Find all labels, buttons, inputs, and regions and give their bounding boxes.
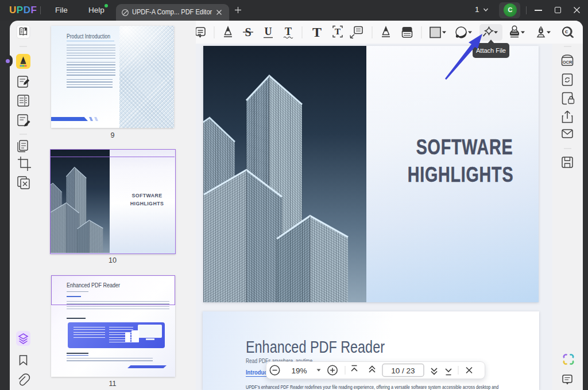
svg-text:c: c	[566, 29, 568, 34]
svg-text:OCR: OCR	[563, 60, 572, 65]
svg-text:T: T	[312, 25, 322, 40]
svg-text:T: T	[285, 26, 292, 37]
svg-text:U: U	[265, 26, 272, 37]
svg-text:19%: 19%	[291, 366, 307, 375]
svg-text:T: T	[335, 27, 341, 36]
svg-text:10 / 23: 10 / 23	[391, 366, 415, 375]
